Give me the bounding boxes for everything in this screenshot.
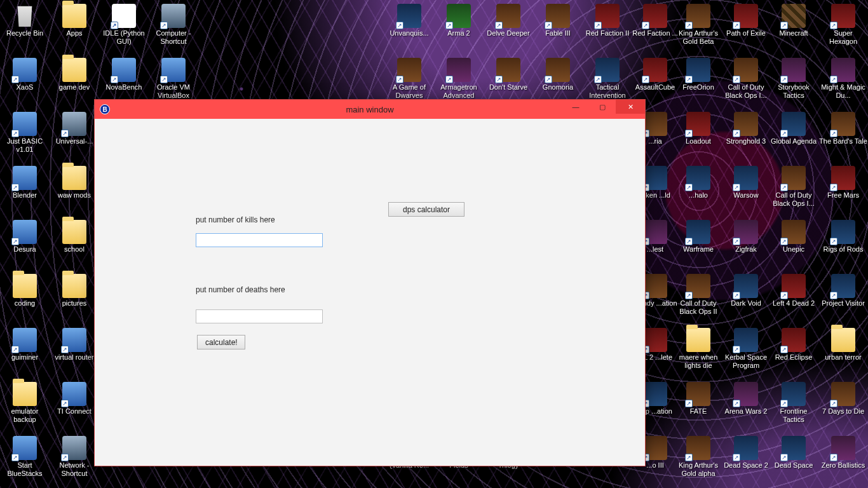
desktop-icon[interactable]: ↗Network - Shortcut [50, 435, 99, 488]
desktop-icon[interactable]: ↗IDLE (Python GUI) [99, 3, 149, 57]
desktop-icon[interactable]: ↗The Bard's Tale [818, 111, 868, 165]
desktop-icon[interactable]: ↗Unepic [769, 219, 818, 273]
desktop-icon[interactable]: ↗Arena Wars 2 [721, 381, 771, 435]
desktop-icon-label: Armagetron Advanced [435, 83, 483, 100]
file-icon: ↗ [643, 112, 667, 136]
desktop-icon[interactable]: ↗7 Days to Die [818, 381, 868, 435]
desktop-icon[interactable]: ↗Left 4 Dead 2 [769, 273, 818, 327]
desktop-icon[interactable]: coding [0, 273, 50, 327]
desktop-icon-label: Call of Duty Black Ops I... [770, 191, 818, 208]
desktop-icon[interactable]: ↗Dark Void [721, 273, 771, 327]
desktop-icon[interactable]: ↗Computer - Shortcut [149, 3, 198, 57]
maximize-button[interactable]: ▢ [589, 100, 616, 114]
desktop-icon[interactable]: ↗King Arthur's Gold Beta [674, 3, 723, 57]
file-icon: ↗ [13, 58, 37, 82]
desktop-icon-label: Blender [13, 191, 37, 200]
desktop-icon[interactable]: ↗Just BASIC v1.01 [0, 111, 50, 165]
desktop-icon[interactable]: ↗Call of Duty Black Ops I... [769, 165, 818, 219]
desktop-icon[interactable]: ↗Warframe [674, 219, 723, 273]
desktop-icon[interactable]: ↗Zigfrak [721, 219, 771, 273]
desktop-icon[interactable]: ↗Dead Space 2 [721, 435, 771, 488]
desktop-icon[interactable]: ↗Arma 2 [434, 3, 484, 57]
desktop-icon[interactable]: ↗Loadout [674, 111, 723, 165]
desktop-icon[interactable]: ↗Red Faction ... [630, 3, 680, 57]
file-icon: ↗ [734, 274, 758, 298]
desktop-icon[interactable]: ↗Stronghold 3 [721, 111, 771, 165]
desktop-icon[interactable]: ↗Call of Duty Black Ops II [674, 273, 723, 327]
calculate-button[interactable]: calculate! [197, 335, 245, 349]
desktop-icon[interactable]: ↗Global Agenda [769, 111, 818, 165]
file-icon: ↗ [782, 58, 806, 82]
desktop-icon[interactable]: ↗Might & Magic Du... [818, 57, 868, 111]
desktop-icon[interactable]: ↗Blender [0, 165, 50, 219]
desktop-icon-label: virtual router [55, 353, 93, 362]
desktop-icon-label: Minecraft [779, 29, 808, 37]
desktop-icon-label: Unvanquis... [390, 29, 428, 37]
desktop-icon-label: Kerbal Space Program [722, 353, 770, 370]
deaths-input[interactable] [196, 309, 323, 323]
desktop-icon[interactable]: ↗Universal-... [50, 111, 99, 165]
desktop-icon[interactable]: urban terror [818, 327, 868, 381]
app-icon: B [100, 104, 110, 114]
desktop-icon[interactable]: ↗Rigs of Rods [818, 219, 868, 273]
desktop-icon-label: Network - Shortcut [50, 461, 98, 478]
desktop-icon[interactable]: ↗Free Mars [818, 165, 868, 219]
desktop-icon[interactable]: ↗Red Faction II [583, 3, 632, 57]
desktop-icon[interactable]: ↗Project Visitor [818, 273, 868, 327]
shortcut-overlay-icon: ↗ [594, 22, 602, 29]
desktop-icon[interactable]: ↗King Arthur's Gold alpha [674, 435, 723, 488]
dps-calculator-button[interactable]: dps calculator [388, 202, 465, 217]
desktop-icon[interactable]: ↗Frontline Tactics [769, 381, 818, 435]
shortcut-overlay-icon: ↗ [11, 454, 19, 461]
desktop-icon[interactable]: ↗guiminer [0, 327, 50, 381]
desktop-icon[interactable]: Recycle Bin [0, 3, 50, 57]
desktop-icon[interactable]: ↗Call of Duty Black Ops I... [721, 57, 771, 111]
desktop-icon[interactable]: ↗Super Hexagon [818, 3, 868, 57]
file-icon: ↗ [13, 112, 37, 136]
desktop-icon[interactable]: ↗Zero Ballistics [818, 435, 868, 488]
desktop-icon[interactable]: ↗...halo [674, 165, 723, 219]
desktop-icon[interactable]: maere when lights die [674, 327, 723, 381]
file-icon: ↗ [397, 4, 421, 28]
file-icon: ↗ [831, 4, 855, 28]
desktop-icon[interactable]: ↗Path of Exile [721, 3, 771, 57]
file-icon: ↗ [447, 58, 471, 82]
desktop-icon[interactable]: waw mods [50, 165, 99, 219]
desktop-icon[interactable]: ↗XaoS [0, 57, 50, 111]
desktop-icon[interactable]: ↗Unvanquis... [384, 3, 434, 57]
close-button[interactable]: ✕ [616, 100, 645, 114]
desktop-icon[interactable]: ↗Warsow [721, 165, 771, 219]
desktop-icon[interactable]: ↗Start BlueStacks [0, 435, 50, 488]
desktop-icon[interactable]: ↗Delve Deeper [484, 3, 533, 57]
file-icon: ↗ [161, 58, 186, 82]
desktop-icon[interactable]: game dev [50, 57, 99, 111]
file-icon [13, 4, 37, 28]
desktop-icon[interactable]: ↗virtual router [50, 327, 99, 381]
desktop-icon[interactable]: school [50, 219, 99, 273]
desktop-icon[interactable]: ↗FATE [674, 381, 723, 435]
shortcut-overlay-icon: ↗ [642, 22, 649, 29]
file-icon [13, 274, 37, 298]
desktop-icon[interactable]: ↗TI Connect [50, 381, 99, 435]
desktop-icon[interactable]: ↗Desura [0, 219, 50, 273]
titlebar[interactable]: B main window — ▢ ✕ [95, 100, 645, 119]
shortcut-overlay-icon: ↗ [685, 400, 693, 407]
desktop-icon[interactable]: ↗Dead Space [769, 435, 818, 488]
desktop-icon[interactable]: ↗Kerbal Space Program [721, 327, 771, 381]
file-icon: ↗ [496, 58, 520, 82]
desktop-icon-label: Gnomoria [543, 83, 573, 92]
desktop-icon[interactable]: emulator backup [0, 381, 50, 435]
file-icon: ↗ [643, 4, 667, 28]
desktop-icon-label: King Arthur's Gold Beta [674, 29, 722, 46]
desktop-icon[interactable]: ↗FreeOrion [674, 57, 723, 111]
desktop-icon[interactable]: Apps [50, 3, 99, 57]
desktop-icon[interactable]: ↗Fable III [533, 3, 583, 57]
shortcut-overlay-icon: ↗ [733, 22, 740, 29]
desktop-icon[interactable]: ↗Red Eclipse [769, 327, 818, 381]
desktop-icon-label: Frontline Tactics [770, 407, 818, 424]
desktop-icon[interactable]: pictures [50, 273, 99, 327]
minimize-button[interactable]: — [562, 100, 589, 114]
kills-input[interactable] [196, 233, 323, 247]
desktop-icon[interactable]: ↗Storybook Tactics [769, 57, 818, 111]
desktop-icon[interactable]: ↗Minecraft [769, 3, 818, 57]
